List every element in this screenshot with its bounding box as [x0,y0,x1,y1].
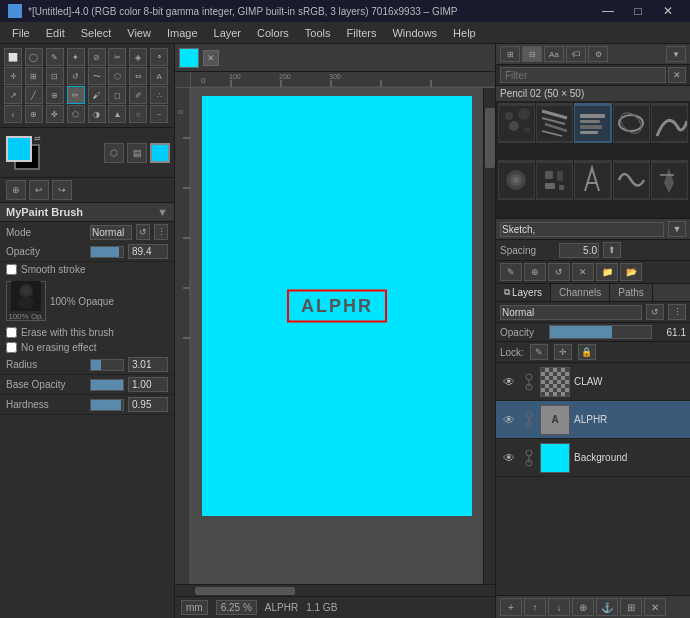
scrollbar-h-thumb[interactable] [195,587,295,595]
mode-select[interactable]: Normal Dissolve Multiply Screen [90,225,132,240]
hardness-input[interactable] [128,397,168,412]
maximize-button[interactable]: □ [624,0,652,22]
tool-fuzzy-select[interactable]: ✦ [67,48,85,66]
canvas-content[interactable]: ALPHR [191,88,483,584]
layer-item-background[interactable]: 👁 Background [496,439,690,477]
delete-brush-icon[interactable]: ✕ [572,263,594,281]
tool-select-color[interactable]: ⊘ [88,48,106,66]
tab-channels[interactable]: Channels [551,284,610,301]
tool-paintbrush[interactable]: ✏ [67,86,85,104]
titlebar-controls[interactable]: — □ ✕ [594,0,682,22]
base-opacity-slider[interactable] [90,379,124,391]
brush-cell-3[interactable] [574,103,611,143]
tool-mypaint[interactable]: 🖌 [88,86,106,104]
close-button[interactable]: ✕ [654,0,682,22]
tool-pencil[interactable]: ✐ [129,86,147,104]
tool-ellipse-select[interactable]: ◯ [25,48,43,66]
tool-heal[interactable]: ✜ [46,105,64,123]
brush-cell-9[interactable] [613,160,650,200]
layer-mode-reset-icon[interactable]: ↺ [646,304,664,320]
swap-colors-icon[interactable]: ⇄ [34,134,41,143]
lower-layer-btn[interactable]: ↓ [548,598,570,616]
canvas-close-btn[interactable]: ✕ [203,50,219,66]
tool-crop[interactable]: ⊡ [46,67,64,85]
foreground-color-swatch[interactable] [6,136,32,162]
undo-icon[interactable]: ↩ [29,180,49,200]
layer-item-claw[interactable]: 👁 CLAW [496,363,690,401]
opacity-slider[interactable] [90,246,124,258]
tab-paths[interactable]: Paths [610,284,653,301]
grid-view-icon[interactable]: ⊞ [500,46,520,62]
tool-ink[interactable]: ι [4,105,22,123]
brush-cell-4[interactable] [613,103,650,143]
tool-foreground-select[interactable]: ◈ [129,48,147,66]
tag-icon[interactable]: 🏷 [566,46,586,62]
raise-layer-btn[interactable]: ↑ [524,598,546,616]
brush-cell-1[interactable] [498,103,535,143]
menu-layer[interactable]: Layer [206,25,250,41]
new-group-icon[interactable]: 📁 [596,263,618,281]
tool-measure[interactable]: ╱ [25,86,43,104]
layer-eye-background[interactable]: 👁 [500,449,518,467]
redo-icon[interactable]: ↪ [52,180,72,200]
menu-filters[interactable]: Filters [339,25,385,41]
scrollbar-vertical[interactable] [483,88,495,584]
menu-image[interactable]: Image [159,25,206,41]
tool-bucket[interactable]: ▲ [108,105,126,123]
add-layer-btn[interactable]: + [500,598,522,616]
radius-slider[interactable] [90,359,124,371]
brush-cell-7[interactable] [536,160,573,200]
patterns-icon[interactable]: ⬡ [104,143,124,163]
layer-chain-alphr[interactable] [522,411,536,429]
duplicate-layer-btn[interactable]: ⊕ [572,598,594,616]
scrollbar-v-thumb[interactable] [485,108,495,168]
radius-input[interactable] [128,357,168,372]
tool-scissors[interactable]: ✂ [108,48,126,66]
tool-rect-select[interactable]: ⬜ [4,48,22,66]
layers-opacity-slider[interactable] [549,325,652,339]
expand-panel-icon[interactable]: ▼ [666,46,686,62]
tool-transform[interactable]: ↺ [67,67,85,85]
layer-mode-menu-icon[interactable]: ⋮ [668,304,686,320]
no-erase-checkbox[interactable] [6,342,17,353]
menu-file[interactable]: File [4,25,38,41]
layers-mode-select[interactable]: Normal Dissolve Multiply [500,305,642,320]
menu-colors[interactable]: Colors [249,25,297,41]
menu-tools[interactable]: Tools [297,25,339,41]
layer-eye-claw[interactable]: 👁 [500,373,518,391]
list-view-icon[interactable]: ⊟ [522,46,542,62]
menu-select[interactable]: Select [73,25,120,41]
tool-perspective[interactable]: ⬠ [67,105,85,123]
layer-item-alphr[interactable]: 👁 A ALPHR [496,401,690,439]
brush-cell-6[interactable] [498,160,535,200]
merge-visible-btn[interactable]: ⊞ [620,598,642,616]
hardness-slider[interactable] [90,399,124,411]
tool-paths[interactable]: ⚬ [150,48,168,66]
brush-cell-10[interactable] [651,160,688,200]
mode-menu-icon[interactable]: ⋮ [154,224,168,240]
open-brush-folder-icon[interactable]: 📂 [620,263,642,281]
spacing-input[interactable] [559,243,599,258]
tool-smudge[interactable]: ~ [150,105,168,123]
tool-warp[interactable]: 〜 [88,67,106,85]
canvas-image[interactable]: ALPHR [202,96,472,516]
delete-layer-btn[interactable]: ✕ [644,598,666,616]
tool-airbrush[interactable]: ∴ [150,86,168,104]
tool-3d-transform[interactable]: ⬡ [108,67,126,85]
tool-color-picker[interactable]: ↗ [4,86,22,104]
tool-zoom[interactable]: ⊕ [46,86,64,104]
unit-selector[interactable]: mm [181,600,208,615]
tool-align[interactable]: ⊞ [25,67,43,85]
brush-cell-8[interactable] [574,160,611,200]
brush-filter-input[interactable] [500,67,666,83]
text-icon[interactable]: Aa [544,46,564,62]
opacity-input[interactable] [128,244,168,259]
tool-clone[interactable]: ⊕ [25,105,43,123]
refresh-brushes-icon[interactable]: ↺ [548,263,570,281]
gradients-icon[interactable]: ▤ [127,143,147,163]
tool-move[interactable]: ✛ [4,67,22,85]
lock-position-icon[interactable]: ✛ [554,344,572,360]
menu-view[interactable]: View [119,25,159,41]
anchor-layer-btn[interactable]: ⚓ [596,598,618,616]
tool-flip[interactable]: ⇔ [129,67,147,85]
